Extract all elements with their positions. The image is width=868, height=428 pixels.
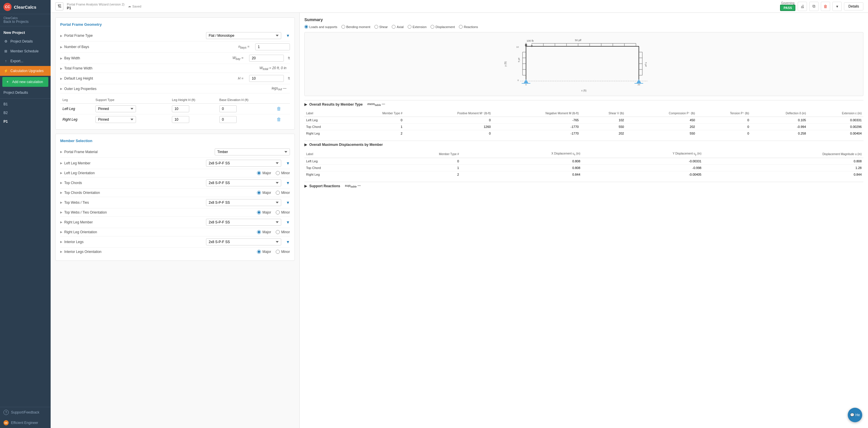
top-chords-minor-radio[interactable]: Minor bbox=[276, 191, 290, 195]
right-leg-elevation-input[interactable] bbox=[219, 116, 237, 123]
filter-icon[interactable]: ▼ bbox=[286, 200, 290, 205]
shear-radio[interactable]: Shear bbox=[374, 25, 388, 29]
bending-moment-radio[interactable]: Bending moment bbox=[341, 25, 370, 29]
right-leg-member-select[interactable]: 2x8 S-P-F SS bbox=[206, 219, 281, 226]
filter-icon[interactable]: ▼ bbox=[286, 220, 290, 224]
top-chords-row: ▶ Top Chords 2x8 S-P-F SS ▼ bbox=[60, 177, 290, 189]
material-label[interactable]: ▶ Portal Frame Material bbox=[60, 150, 141, 154]
axial-radio[interactable]: Axial bbox=[392, 25, 404, 29]
outer-leg-label[interactable]: ▶ Outer Leg Properties bbox=[60, 87, 141, 91]
svg-text:0: 0 bbox=[518, 79, 519, 82]
interior-legs-minor-radio[interactable]: Minor bbox=[276, 250, 290, 254]
filter-icon[interactable]: ▼ bbox=[286, 240, 290, 244]
leg-col-header: Leg bbox=[60, 96, 93, 103]
disp-top-chord-ux: 0.808 bbox=[461, 165, 582, 171]
left-leg-neg-moment: -765 bbox=[492, 117, 580, 124]
left-leg-support-select[interactable]: Pinned bbox=[95, 105, 136, 112]
add-new-calculation-button[interactable]: + Add new calculation bbox=[2, 77, 48, 87]
extension-radio[interactable]: Extension bbox=[408, 25, 427, 29]
sidebar-user-item[interactable]: EE Efficient Engineer bbox=[0, 418, 51, 428]
right-leg-height-input[interactable] bbox=[172, 116, 189, 123]
loads-supports-radio[interactable]: Loads and supports bbox=[304, 25, 337, 29]
topbar-title: Portal Frame Analysis Wizard (version 2)… bbox=[67, 3, 124, 10]
top-chord-type: 1 bbox=[348, 124, 404, 130]
sidebar-item-project-details[interactable]: ⚙ Project Details bbox=[0, 36, 51, 46]
support-reactions-header[interactable]: ▶ Support Reactions suptable — bbox=[304, 182, 863, 190]
portal-frame-type-select[interactable]: Flat / Monoslope bbox=[206, 32, 281, 39]
bay-width-input[interactable] bbox=[249, 55, 284, 62]
left-leg-height-input[interactable] bbox=[172, 105, 189, 112]
sidebar-item-export[interactable]: ↑ Export... bbox=[0, 56, 51, 66]
filter-icon[interactable]: ▼ bbox=[286, 181, 290, 185]
label-text: Portal Frame Material bbox=[64, 150, 97, 154]
elevation-col-header: Base Elevation H (ft) bbox=[217, 96, 274, 103]
default-leg-height-label[interactable]: ▶ Default Leg Height bbox=[60, 77, 141, 81]
top-chords-major-radio[interactable]: Major bbox=[257, 191, 271, 195]
left-leg-elevation-input[interactable] bbox=[219, 105, 237, 112]
label-text: Top Webs / Ties Orientation bbox=[64, 210, 107, 214]
reactions-radio[interactable]: Reactions bbox=[459, 25, 478, 29]
bay-width-label[interactable]: ▶ Bay Width bbox=[60, 56, 141, 60]
back-to-projects[interactable]: ClearCalcs Back to Projects bbox=[0, 14, 51, 26]
right-leg-cell: Right Leg bbox=[60, 114, 93, 125]
top-chords-orientation-label[interactable]: ▶ Top Chords Orientation bbox=[60, 191, 141, 195]
project-title: New Project bbox=[0, 26, 51, 36]
overall-results-header[interactable]: ▶ Overall Results by Member Type memtabl… bbox=[304, 100, 863, 108]
geometry-card: Portal Frame Geometry ▶ Portal Frame Typ… bbox=[55, 18, 295, 130]
overall-results-math: memtable — bbox=[368, 102, 385, 106]
total-frame-width-label[interactable]: ▶ Total Frame Width bbox=[60, 66, 141, 70]
max-displacements-header[interactable]: ▶ Overall Maximum Displacements by Membe… bbox=[304, 141, 863, 149]
help-button[interactable]: 💬 He bbox=[848, 408, 862, 422]
share-button[interactable]: ⧉ bbox=[809, 2, 818, 11]
delete-button[interactable]: 🗑 bbox=[821, 2, 830, 11]
top-webs-select[interactable]: 2x8 S-P-F SS bbox=[206, 199, 281, 206]
material-select[interactable]: Timber bbox=[215, 149, 290, 155]
details-button[interactable]: Details bbox=[844, 2, 863, 10]
right-leg-delete-button[interactable]: 🗑 bbox=[277, 117, 281, 122]
interior-legs-label[interactable]: ▶ Interior Legs bbox=[60, 240, 141, 244]
left-leg-orientation-label[interactable]: ▶ Left Leg Orientation bbox=[60, 171, 141, 175]
top-webs-major-radio[interactable]: Major bbox=[257, 210, 271, 214]
right-leg-major-radio[interactable]: Major bbox=[257, 230, 271, 234]
top-webs-orientation-label[interactable]: ▶ Top Webs / Ties Orientation bbox=[60, 210, 141, 214]
displacement-radio[interactable]: Displacement bbox=[431, 25, 455, 29]
sidebar-calc-p1[interactable]: P1 bbox=[0, 117, 51, 126]
leg-table: Leg Support Type Leg Height H (ft) Base … bbox=[60, 96, 290, 125]
interior-legs-select[interactable]: 2x8 S-P-F SS bbox=[206, 239, 281, 245]
portal-frame-type-label[interactable]: ▶ Portal Frame Type bbox=[60, 34, 141, 38]
right-leg-orientation-label[interactable]: ▶ Right Leg Orientation bbox=[60, 230, 141, 234]
top-chords-select[interactable]: 2x8 S-P-F SS bbox=[206, 179, 281, 186]
num-bays-label[interactable]: ▶ Number of Bays bbox=[60, 45, 141, 49]
left-leg-minor-radio[interactable]: Minor bbox=[276, 171, 290, 175]
filter-icon[interactable]: ▼ bbox=[286, 33, 290, 38]
right-leg-member-label[interactable]: ▶ Right Leg Member bbox=[60, 220, 141, 224]
right-leg-minor-radio[interactable]: Minor bbox=[276, 230, 290, 234]
arrow-icon: ▶ bbox=[60, 240, 62, 243]
filter-icon[interactable]: ▼ bbox=[286, 161, 290, 165]
sidebar-item-member-schedule[interactable]: ⊞ Member Schedule bbox=[0, 46, 51, 56]
more-button[interactable]: ▾ bbox=[832, 2, 842, 11]
sidebar-calc-b2[interactable]: B2 bbox=[0, 109, 51, 117]
left-leg-delete-button[interactable]: 🗑 bbox=[277, 106, 281, 112]
sidebar-item-calc-upgrades[interactable]: ⚡ Calculation Upgrades bbox=[0, 66, 51, 76]
default-leg-height-row: ▶ Default Leg Height H = ft bbox=[60, 73, 290, 84]
left-leg-orientation-row: ▶ Left Leg Orientation Major Minor bbox=[60, 169, 290, 177]
sidebar-item-project-defaults[interactable]: Project Defaults bbox=[0, 88, 51, 97]
num-bays-input[interactable] bbox=[255, 43, 290, 50]
sidebar-support-link[interactable]: ? Support/Feedback bbox=[0, 407, 51, 418]
interior-legs-orientation-label[interactable]: ▶ Interior Legs Orientation bbox=[60, 250, 141, 254]
print-button[interactable]: 🖨 bbox=[798, 2, 807, 11]
overall-results-section: ▶ Overall Results by Member Type memtabl… bbox=[304, 100, 863, 136]
left-leg-orientation-radio-group: Major Minor bbox=[257, 171, 290, 175]
top-webs-label[interactable]: ▶ Top Webs / Ties bbox=[60, 201, 141, 205]
top-webs-minor-radio[interactable]: Minor bbox=[276, 210, 290, 214]
right-leg-support-select[interactable]: Pinned bbox=[95, 116, 136, 123]
left-leg-member-label[interactable]: ▶ Left Leg Member bbox=[60, 161, 141, 165]
sidebar-calc-b1[interactable]: B1 bbox=[0, 100, 51, 109]
interior-legs-major-radio[interactable]: Major bbox=[257, 250, 271, 254]
leg-height-input[interactable] bbox=[249, 75, 284, 82]
left-leg-member-select[interactable]: 2x8 S-P-F SS bbox=[206, 160, 281, 167]
left-leg-major-radio[interactable]: Major bbox=[257, 171, 271, 175]
top-chords-label[interactable]: ▶ Top Chords bbox=[60, 181, 141, 185]
right-leg-neg-moment: -1770 bbox=[492, 130, 580, 137]
